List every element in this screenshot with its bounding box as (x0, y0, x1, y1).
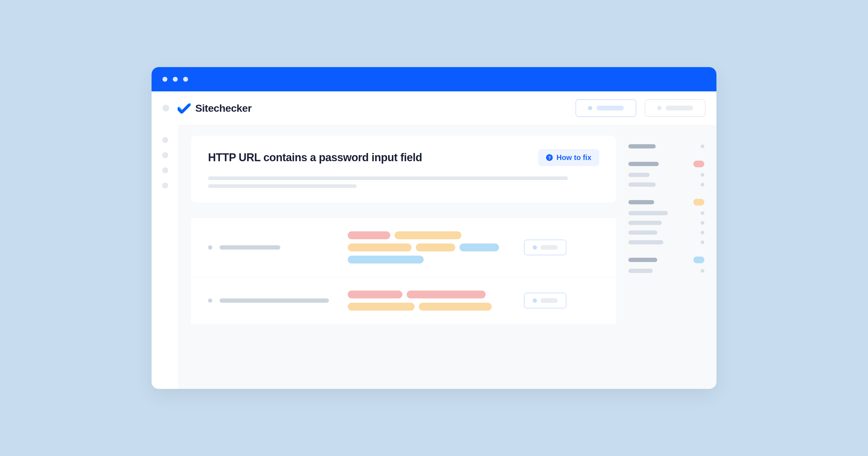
side-group (628, 144, 704, 149)
nav-item[interactable] (162, 183, 168, 189)
issue-row (191, 218, 616, 277)
row-tags (348, 231, 512, 263)
nav-item[interactable] (162, 152, 168, 158)
issue-title: HTTP URL contains a password input field (208, 151, 529, 164)
brand-logo[interactable]: Sitechecker (178, 102, 251, 114)
app-body: HTTP URL contains a password input field… (152, 125, 716, 389)
side-group (628, 161, 704, 187)
window-control-minimize[interactable] (173, 77, 178, 82)
app-header: Sitechecker (152, 91, 716, 125)
row-action-button[interactable] (524, 239, 566, 255)
main-area: HTTP URL contains a password input field… (179, 125, 716, 389)
row-status-dot (208, 245, 212, 250)
window-titlebar (152, 67, 716, 91)
row-url-placeholder (220, 245, 280, 250)
row-tags (348, 291, 512, 311)
window-control-maximize[interactable] (183, 77, 188, 82)
how-to-fix-label: How to fix (556, 153, 591, 162)
window-control-close[interactable] (162, 77, 167, 82)
question-icon: ? (546, 154, 553, 161)
menu-icon[interactable] (162, 105, 169, 111)
header-secondary-button[interactable] (645, 99, 706, 117)
issue-header-card: HTTP URL contains a password input field… (191, 136, 616, 202)
row-action-button[interactable] (524, 293, 566, 308)
row-url-placeholder (220, 298, 329, 303)
nav-item[interactable] (162, 167, 168, 173)
header-primary-button[interactable] (576, 99, 636, 117)
issue-description (208, 176, 599, 188)
check-icon (178, 103, 191, 113)
browser-window: Sitechecker HTTP URL contains a password… (152, 67, 716, 389)
how-to-fix-button[interactable]: ? How to fix (538, 149, 599, 166)
issue-row (191, 277, 616, 324)
center-column: HTTP URL contains a password input field… (179, 136, 616, 389)
row-status-dot (208, 298, 212, 303)
nav-item[interactable] (162, 137, 168, 143)
side-group (628, 199, 704, 245)
side-group (628, 257, 704, 273)
right-sidebar (616, 136, 716, 389)
brand-name: Sitechecker (195, 102, 251, 114)
left-nav (152, 125, 179, 389)
